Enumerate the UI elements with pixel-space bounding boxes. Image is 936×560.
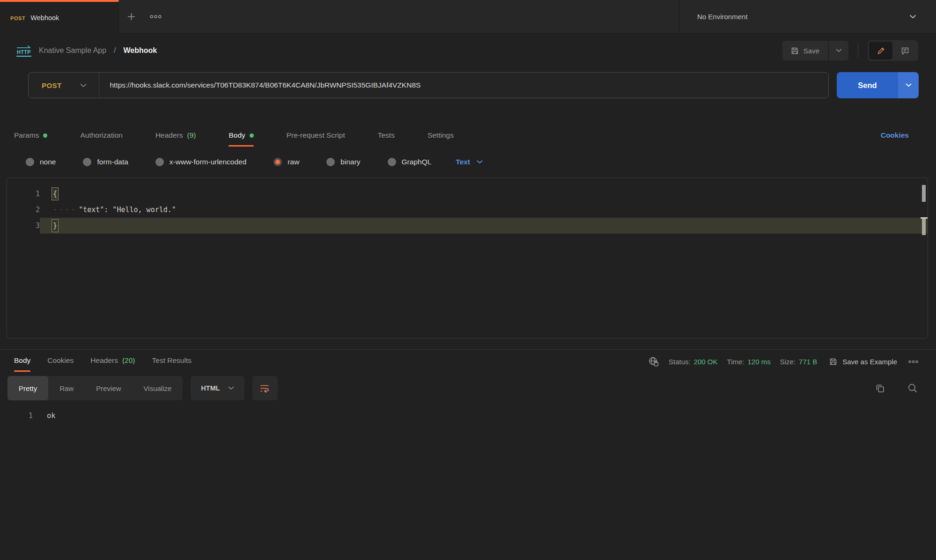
time-label: Time:	[727, 358, 744, 366]
plus-icon	[127, 13, 135, 21]
radio-circle-selected	[273, 158, 282, 166]
radio-circle	[388, 158, 396, 166]
radio-form-data-label: form-data	[97, 158, 128, 166]
radio-circle	[26, 158, 34, 166]
response-format-label: HTML	[201, 384, 220, 392]
response-tab-test-results[interactable]: Test Results	[152, 356, 192, 372]
chevron-down-icon	[80, 83, 87, 88]
status-label: Status:	[669, 358, 691, 366]
url-input[interactable]: https://hooks.slack.com/services/T06TD83…	[99, 81, 431, 89]
chevron-down-icon	[836, 49, 842, 52]
pencil-icon	[877, 46, 885, 55]
radio-graphql[interactable]: GraphQL	[388, 158, 432, 166]
chevron-down-icon	[906, 83, 912, 87]
response-section: Body Cookies Headers (20) Test Results S…	[0, 349, 936, 420]
active-tab-underline	[228, 145, 253, 147]
breadcrumb: HTTP Knative Sample App / Webhook	[16, 45, 157, 57]
tab-method-badge: POST	[10, 15, 25, 21]
radio-binary-label: binary	[340, 158, 360, 166]
tab-authorization[interactable]: Authorization	[80, 131, 122, 147]
overview-ruler-marker	[922, 219, 926, 235]
response-tab-body[interactable]: Body	[14, 356, 30, 372]
tab-settings-label: Settings	[427, 131, 454, 140]
request-body-editor[interactable]: 1 { 2 ···· "text": "Hello, world." 3 }	[7, 177, 928, 339]
status-group: Status: 200 OK	[669, 358, 718, 366]
ellipsis-icon	[150, 15, 162, 19]
indent-whitespace-dots: ····	[53, 206, 77, 214]
save-as-example-button[interactable]: Save as Example	[829, 358, 897, 366]
view-visualize[interactable]: Visualize	[133, 376, 183, 400]
copy-icon[interactable]	[875, 383, 885, 393]
save-button[interactable]: Save	[782, 41, 828, 60]
radio-binary[interactable]: binary	[326, 158, 360, 166]
tab-title: Webhook	[30, 14, 59, 22]
wrap-lines-icon	[260, 384, 270, 393]
tab-body[interactable]: Body	[228, 131, 253, 147]
size-group: Size: 771 B	[780, 358, 818, 366]
radio-none-label: none	[40, 158, 56, 166]
documentation-toggle-group	[868, 40, 918, 61]
tab-params[interactable]: Params	[14, 131, 47, 147]
send-options-button[interactable]	[898, 72, 919, 98]
line-number: 2	[7, 202, 40, 218]
floppy-disk-icon	[829, 358, 837, 366]
response-format-selector[interactable]: HTML	[191, 376, 244, 400]
scrollbar-thumb[interactable]	[922, 185, 926, 202]
response-body[interactable]: 1 ok	[0, 400, 936, 420]
radio-form-data[interactable]: form-data	[83, 158, 128, 166]
environment-selector[interactable]: No Environment	[679, 0, 936, 33]
view-raw[interactable]: Raw	[48, 376, 85, 400]
raw-format-selector[interactable]: Text	[456, 158, 483, 166]
editor-line[interactable]: 2 ···· "text": "Hello, world."	[7, 202, 928, 218]
tab-pre-request-label: Pre-request Script	[287, 131, 345, 140]
request-tab[interactable]: POST Webhook	[0, 0, 119, 34]
wrap-lines-button[interactable]	[252, 376, 278, 400]
cookies-link[interactable]: Cookies	[881, 131, 909, 147]
size-value: 771 B	[799, 358, 817, 366]
tab-headers[interactable]: Headers (9)	[155, 131, 196, 147]
tab-options-button[interactable]	[143, 0, 168, 33]
editor-code: ···· "text": "Hello, world."	[40, 202, 928, 218]
new-tab-button[interactable]	[119, 0, 143, 33]
radio-none[interactable]: none	[26, 158, 56, 166]
editor-code: }	[40, 218, 928, 234]
response-tab-body-label: Body	[14, 356, 30, 365]
editor-scrollbar[interactable]	[921, 178, 928, 338]
body-type-row: none form-data x-www-form-urlencoded raw…	[0, 147, 936, 166]
response-tabs: Body Cookies Headers (20) Test Results	[14, 356, 192, 372]
response-tab-test-results-label: Test Results	[152, 356, 192, 365]
response-tab-headers[interactable]: Headers (20)	[90, 356, 135, 372]
radio-urlencoded-label: x-www-form-urlencoded	[170, 158, 247, 166]
search-icon[interactable]	[907, 383, 918, 393]
editor-line[interactable]: 1 {	[7, 186, 928, 202]
view-preview[interactable]: Preview	[85, 376, 132, 400]
status-value: 200 OK	[694, 358, 718, 366]
editor-line-current[interactable]: 3 }	[7, 218, 928, 234]
response-toolbar: Pretty Raw Preview Visualize HTML	[0, 372, 936, 400]
tab-headers-label: Headers	[155, 131, 183, 140]
send-button[interactable]: Send	[837, 72, 898, 98]
chevron-down-icon	[228, 386, 234, 390]
tab-settings[interactable]: Settings	[427, 131, 454, 147]
request-tabs: Params Authorization Headers (9) Body Pr…	[0, 98, 936, 147]
breadcrumb-request-name[interactable]: Webhook	[124, 46, 157, 55]
response-tools-right	[875, 383, 918, 393]
radio-raw[interactable]: raw	[273, 158, 299, 166]
chevron-down-icon	[477, 160, 483, 164]
bracket-match-highlight: }	[52, 219, 59, 232]
edit-request-button[interactable]	[869, 42, 892, 59]
save-options-button[interactable]	[829, 41, 848, 60]
comments-button[interactable]	[893, 42, 917, 59]
response-tab-cookies[interactable]: Cookies	[47, 356, 74, 372]
tab-tests[interactable]: Tests	[378, 131, 395, 147]
view-pretty[interactable]: Pretty	[7, 376, 48, 400]
breadcrumb-collection[interactable]: Knative Sample App	[39, 46, 106, 55]
radio-x-www-form-urlencoded[interactable]: x-www-form-urlencoded	[155, 158, 247, 166]
globe-lock-icon[interactable]	[648, 356, 659, 367]
tab-authorization-label: Authorization	[80, 131, 122, 140]
radio-circle	[155, 158, 164, 166]
method-selector[interactable]: POST	[29, 81, 99, 89]
tab-pre-request-script[interactable]: Pre-request Script	[287, 131, 345, 147]
response-options-button[interactable]	[908, 360, 918, 363]
header-actions: Save	[782, 40, 918, 61]
